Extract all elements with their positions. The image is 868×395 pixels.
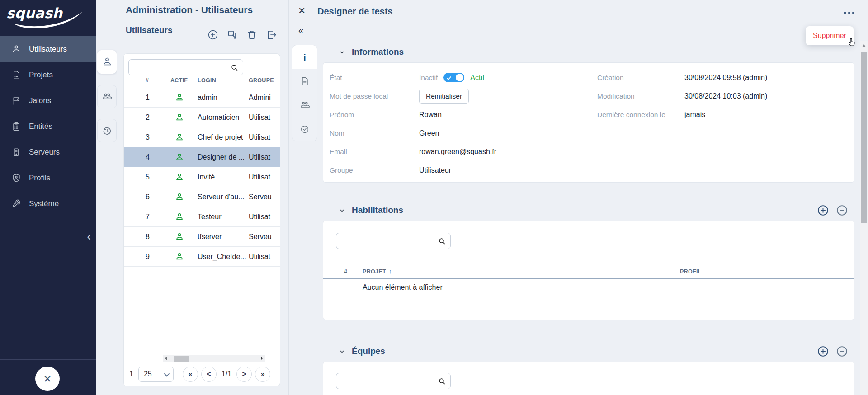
export-users-button[interactable] (265, 29, 277, 41)
chevron-down-icon[interactable] (338, 348, 346, 355)
field-value-prenom[interactable]: Rowan (419, 111, 442, 119)
last-page-button[interactable]: » (255, 367, 270, 382)
sidebar-item-serveurs[interactable]: Serveurs (0, 139, 96, 165)
sidebar-collapse-button[interactable]: ‹ (87, 230, 91, 242)
sidebar-item-label: Système (29, 199, 59, 208)
scrollbar-thumb[interactable] (174, 356, 189, 362)
scrollbar-thumb[interactable] (861, 52, 867, 223)
active-user-icon (175, 193, 198, 202)
field-label-mdp: Mot de passe local (330, 92, 419, 100)
server-icon (11, 147, 21, 157)
page-indicator: 1/1 (222, 370, 231, 378)
sidebar-item-utilisateurs[interactable]: Utilisateurs (0, 36, 96, 62)
copy-arrow-icon (226, 29, 238, 41)
reset-password-button[interactable]: Réinitialiser (419, 89, 469, 104)
table-row[interactable]: 7 Testeur Utilisat (124, 207, 280, 227)
table-row-selected[interactable]: 4 Designer de ... Utilisat (124, 147, 280, 167)
badge-check-icon (300, 124, 310, 134)
col-num[interactable]: # (344, 268, 363, 275)
next-page-button[interactable]: > (236, 367, 252, 382)
col-groupe[interactable]: GROUPE (249, 77, 280, 84)
habilitations-search-input[interactable] (341, 233, 436, 249)
tab-teams[interactable] (97, 85, 117, 108)
duplicate-user-button[interactable] (226, 29, 238, 41)
table-row[interactable]: 9 User_Chefde... Utilisat (124, 247, 280, 267)
item-count: 1 (129, 370, 133, 378)
section-header-informations[interactable]: Informations (323, 42, 854, 62)
col-login[interactable]: LOGIN (198, 77, 249, 84)
row-login: Serveur d'au... (198, 193, 249, 201)
menu-item-supprimer[interactable]: Supprimer (813, 32, 846, 40)
remove-habilitation-button[interactable] (836, 204, 848, 216)
col-projet[interactable]: PROJET↑ (363, 268, 680, 275)
row-groupe: Utilisat (249, 153, 280, 161)
prev-page-button[interactable]: < (201, 367, 217, 382)
equipes-search-input[interactable] (341, 373, 436, 389)
sidebar-item-profils[interactable]: Profils (0, 165, 96, 191)
sidebar-item-systeme[interactable]: Système (0, 191, 96, 216)
habilitations-table-header: # PROJET↑ PROFIL (323, 264, 854, 279)
tab-teams[interactable] (292, 93, 317, 117)
table-row[interactable]: 3 Chef de projet Utilisat (124, 127, 280, 147)
row-login: Testeur (198, 213, 249, 221)
first-page-button[interactable]: « (183, 367, 198, 382)
section-header-equipes[interactable]: Équipes (323, 341, 854, 362)
sidebar-item-label: Profils (29, 174, 50, 183)
add-user-button[interactable] (207, 29, 219, 41)
close-detail-button[interactable]: × (298, 5, 305, 16)
col-num[interactable]: # (146, 77, 170, 84)
active-user-icon (175, 252, 198, 261)
page-size-select[interactable]: 25 (138, 367, 174, 382)
toggle-off-label: Inactif (419, 74, 438, 82)
remove-team-button[interactable] (836, 345, 848, 357)
table-row[interactable]: 6 Serveur d'au... Serveu (124, 187, 280, 207)
horizontal-scrollbar[interactable] (163, 355, 265, 362)
col-actif[interactable]: ACTIF (170, 77, 198, 84)
section-header-habilitations[interactable]: Habilitations (323, 200, 854, 221)
row-groupe: Serveu (249, 233, 280, 241)
scroll-left-arrow[interactable] (165, 357, 167, 360)
chevron-down-icon[interactable] (338, 48, 346, 56)
more-actions-button[interactable] (844, 12, 854, 14)
table-row[interactable]: 8 tfserver Serveu (124, 227, 280, 247)
detail-tab-strip: i (292, 45, 317, 141)
sidebar-item-jalons[interactable]: Jalons (0, 88, 96, 113)
row-num: 8 (146, 233, 170, 241)
row-num: 2 (146, 113, 170, 122)
search-icon (230, 63, 239, 72)
active-user-icon (175, 113, 198, 122)
chevron-down-icon[interactable] (338, 207, 346, 214)
sidebar-item-entites[interactable]: Entités (0, 113, 96, 139)
active-toggle[interactable] (443, 73, 464, 82)
tab-history[interactable] (97, 119, 117, 142)
tab-authorizations[interactable] (292, 117, 317, 141)
search-icon (438, 377, 446, 386)
close-workspace-button[interactable]: × (35, 367, 60, 391)
vertical-scrollbar[interactable] (860, 41, 868, 395)
table-row[interactable]: 1 admin Admini (124, 88, 280, 108)
field-value-email[interactable]: rowan.green@squash.fr (419, 148, 496, 156)
users-search-input[interactable] (133, 60, 228, 75)
tab-informations[interactable]: i (292, 45, 317, 69)
field-value-nom[interactable]: Green (419, 129, 439, 137)
table-row[interactable]: 2 Automaticien Utilisat (124, 108, 280, 127)
tab-users[interactable] (97, 50, 117, 74)
collapse-detail-button[interactable]: « (298, 25, 303, 36)
informations-card: État Inactif Actif Mot de passe local (323, 62, 854, 183)
scroll-up-arrow[interactable] (862, 44, 866, 47)
sidebar-item-projets[interactable]: Projets (0, 62, 96, 88)
trash-icon (246, 29, 258, 41)
field-label-groupe: Groupe (330, 166, 419, 174)
add-team-button[interactable] (817, 345, 829, 357)
table-row[interactable]: 5 Invité Utilisat (124, 167, 280, 187)
section-title: Équipes (352, 346, 385, 356)
tab-details-doc[interactable] (292, 69, 317, 93)
add-habilitation-button[interactable] (817, 204, 829, 216)
scroll-right-arrow[interactable] (261, 357, 263, 360)
delete-user-button[interactable] (246, 29, 258, 41)
field-value-groupe[interactable]: Utilisateur (419, 166, 451, 174)
file-list-icon (300, 76, 310, 86)
col-profil[interactable]: PROFIL (680, 268, 854, 275)
row-groupe: Admini (249, 94, 280, 102)
sidebar-item-label: Jalons (29, 96, 51, 105)
